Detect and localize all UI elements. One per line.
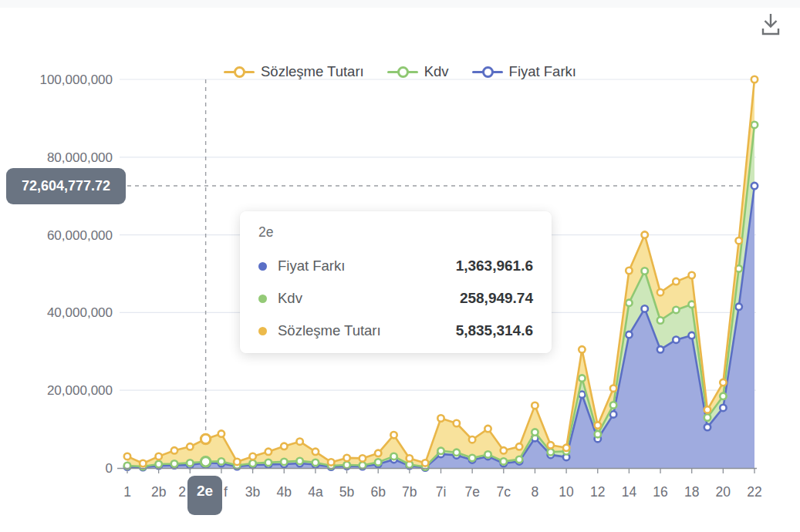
data-point[interactable]: [375, 459, 381, 465]
data-point[interactable]: [437, 448, 444, 454]
data-point[interactable]: [704, 406, 711, 412]
data-point[interactable]: [484, 451, 491, 457]
data-point[interactable]: [343, 455, 349, 461]
data-point[interactable]: [626, 268, 632, 274]
data-point[interactable]: [516, 456, 522, 463]
data-point[interactable]: [312, 460, 319, 466]
data-point[interactable]: [454, 450, 460, 456]
svg-text:80,000,000: 80,000,000: [47, 150, 113, 165]
data-point[interactable]: [469, 436, 475, 443]
data-point[interactable]: [579, 375, 585, 381]
data-point[interactable]: [501, 447, 507, 453]
svg-text:16: 16: [653, 484, 667, 500]
svg-text:7e: 7e: [464, 484, 479, 500]
data-point[interactable]: [548, 442, 554, 448]
data-point[interactable]: [751, 122, 758, 128]
data-point[interactable]: [657, 317, 663, 323]
data-point[interactable]: [201, 457, 210, 466]
data-point[interactable]: [296, 458, 302, 464]
svg-text:4a: 4a: [308, 484, 323, 500]
legend-label: Sözleşme Tutarı: [261, 63, 364, 80]
data-point[interactable]: [751, 76, 758, 82]
data-point[interactable]: [265, 460, 272, 466]
data-point[interactable]: [642, 268, 648, 274]
data-point[interactable]: [422, 460, 428, 466]
data-point[interactable]: [249, 460, 255, 466]
data-point[interactable]: [610, 386, 616, 392]
data-point[interactable]: [595, 431, 601, 437]
data-point[interactable]: [736, 237, 742, 244]
data-point[interactable]: [390, 432, 397, 438]
data-point[interactable]: [657, 346, 663, 352]
data-point[interactable]: [249, 453, 255, 460]
data-point[interactable]: [140, 460, 146, 466]
legend-item-sozlesme-tutari[interactable]: Sözleşme Tutarı: [224, 63, 364, 80]
data-point[interactable]: [642, 305, 648, 311]
data-point[interactable]: [265, 449, 272, 455]
legend-label: Kdv: [424, 63, 449, 80]
data-point[interactable]: [359, 462, 366, 468]
data-point[interactable]: [704, 414, 711, 420]
data-point[interactable]: [548, 449, 554, 455]
data-point[interactable]: [124, 453, 130, 460]
svg-text:2b: 2b: [151, 484, 166, 500]
data-point[interactable]: [720, 379, 726, 386]
svg-text:20,000,000: 20,000,000: [47, 383, 113, 398]
data-point[interactable]: [484, 426, 491, 432]
data-point[interactable]: [218, 430, 224, 436]
data-point[interactable]: [516, 443, 522, 450]
data-point[interactable]: [234, 459, 240, 465]
data-point[interactable]: [720, 393, 726, 399]
data-point[interactable]: [328, 459, 334, 465]
svg-text:1: 1: [123, 484, 131, 500]
data-point[interactable]: [673, 337, 679, 343]
data-point[interactable]: [736, 304, 742, 310]
data-point[interactable]: [657, 289, 663, 295]
data-point[interactable]: [610, 411, 616, 417]
data-point[interactable]: [437, 415, 444, 421]
data-point[interactable]: [720, 405, 726, 411]
data-point[interactable]: [579, 346, 585, 352]
data-point[interactable]: [407, 455, 413, 461]
data-point[interactable]: [375, 450, 381, 456]
data-point[interactable]: [187, 443, 193, 450]
svg-text:12: 12: [590, 484, 605, 500]
data-point[interactable]: [673, 307, 679, 313]
data-point[interactable]: [343, 462, 349, 468]
legend-item-kdv[interactable]: Kdv: [387, 63, 449, 80]
data-point[interactable]: [704, 424, 711, 430]
data-point[interactable]: [171, 447, 177, 453]
data-point[interactable]: [610, 402, 616, 408]
data-point[interactable]: [171, 460, 177, 466]
data-point[interactable]: [390, 453, 397, 460]
legend-item-fiyat-farki[interactable]: Fiyat Farkı: [472, 63, 576, 80]
data-point[interactable]: [673, 278, 679, 285]
data-point[interactable]: [532, 402, 538, 409]
data-point[interactable]: [469, 455, 475, 461]
data-point[interactable]: [201, 434, 210, 443]
data-point[interactable]: [296, 439, 302, 445]
svg-text:f: f: [224, 484, 228, 500]
data-point[interactable]: [595, 422, 601, 428]
data-point[interactable]: [751, 183, 758, 189]
data-point[interactable]: [626, 300, 632, 306]
data-point[interactable]: [454, 420, 460, 426]
svg-text:7i: 7i: [436, 484, 447, 500]
data-point[interactable]: [187, 460, 193, 466]
data-point[interactable]: [689, 332, 695, 338]
data-point[interactable]: [532, 429, 538, 435]
line-marker-icon: [472, 66, 503, 78]
data-point[interactable]: [156, 461, 162, 467]
data-point[interactable]: [312, 449, 319, 455]
data-point[interactable]: [563, 445, 569, 451]
data-point[interactable]: [689, 272, 695, 278]
data-point[interactable]: [359, 455, 366, 461]
data-point[interactable]: [156, 453, 162, 460]
data-point[interactable]: [642, 231, 648, 237]
data-point[interactable]: [218, 458, 224, 464]
data-point[interactable]: [281, 443, 287, 450]
svg-text:14: 14: [622, 484, 637, 500]
data-point[interactable]: [501, 458, 507, 464]
data-point[interactable]: [626, 332, 632, 338]
data-point[interactable]: [281, 459, 287, 465]
